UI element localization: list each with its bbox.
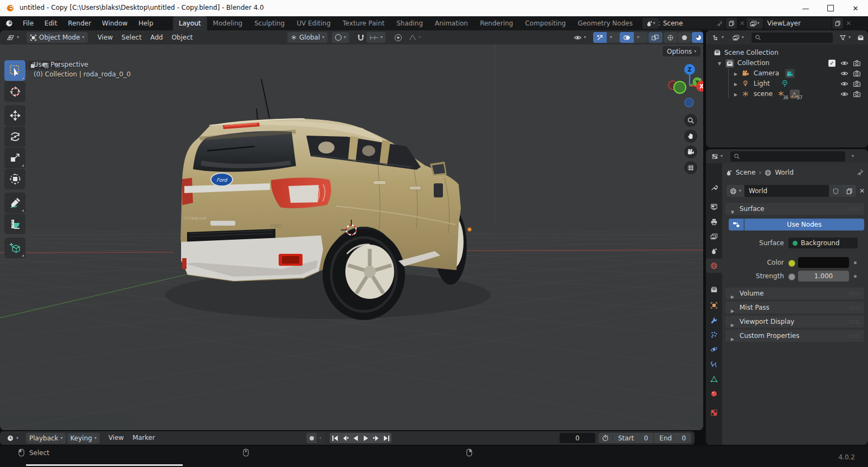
panel-grip[interactable]: ::::: [849,203,860,215]
tool-rotate[interactable] [4,126,25,147]
show-gizmo-toggle[interactable] [593,32,607,43]
animate-dot[interactable] [854,261,857,264]
menu-help[interactable]: Help [133,16,158,30]
viewlayer-remove-button[interactable]: ✕ [844,18,853,29]
menu-select[interactable]: Select [117,30,146,44]
tab-world[interactable] [706,259,722,273]
tab-physics[interactable] [706,342,722,356]
tool-add-cube[interactable] [4,238,25,258]
mist-pass-panel-header[interactable]: ▶Mist Pass::::: [725,302,864,314]
panel-grip[interactable]: ::::: [849,287,860,299]
shading-wireframe-button[interactable] [664,32,677,43]
viewlayer-new-button[interactable] [832,18,843,29]
shading-material-button[interactable] [692,32,703,43]
gizmo-dropdown[interactable]: ▾ [607,32,621,43]
options-button[interactable]: Options▾ [663,46,700,56]
tab-object[interactable] [706,298,722,312]
panel-grip[interactable]: ::::: [849,302,860,314]
close-button[interactable]: ✕ [843,0,868,16]
tab-output[interactable] [706,215,722,229]
display-mode-dropdown[interactable]: ▾ [729,32,747,43]
tab-render[interactable] [706,200,722,214]
tab-scene[interactable] [706,244,722,258]
properties-options-dropdown[interactable]: ▾ [848,151,857,162]
scene-new-button[interactable] [726,18,737,29]
menu-window[interactable]: Window [97,16,133,30]
editor-type-button[interactable]: ▾ [3,32,22,43]
viewlayer-name-field[interactable]: ViewLayer [764,18,831,29]
proportional-falloff-dropdown[interactable]: ▾ [406,32,424,43]
use-preview-range-button[interactable] [599,434,613,442]
tab-sculpting[interactable]: Sculpting [248,16,291,30]
editor-type-button[interactable]: ▾ [708,151,726,162]
maximize-button[interactable] [818,0,843,16]
surface-shader-field[interactable]: Background [788,238,858,248]
outliner-row-scene-collection[interactable]: Scene Collection [706,48,868,58]
auto-key-dropdown[interactable]: ▾ [317,433,324,443]
tool-move[interactable] [4,105,25,126]
scene-browse-button[interactable]: ▾ [642,18,659,29]
editor-type-button[interactable]: ▾ [709,32,727,43]
menu-render[interactable]: Render [62,16,97,30]
use-nodes-button[interactable]: Use Nodes [729,219,864,231]
outliner-row-scene-object[interactable]: ▶ scene 36 57 [706,89,868,99]
expand-icon[interactable]: ▶ [734,79,737,89]
outliner-row-light[interactable]: ▶ Light [706,79,868,89]
menu-file[interactable]: File [17,16,39,30]
tab-compositing[interactable]: Compositing [519,16,571,30]
tab-tool[interactable] [706,181,722,195]
breadcrumb-world[interactable]: World [775,169,793,176]
panel-grip[interactable]: ::::: [849,316,860,328]
marker-menu[interactable]: Marker [128,431,159,445]
tool-annotate[interactable] [4,193,25,213]
new-collection-button[interactable] [854,32,867,43]
viewport-display-panel-header[interactable]: ▶Viewport Display::::: [725,316,864,328]
next-keyframe-button[interactable] [371,433,381,443]
pan-button[interactable] [684,130,697,143]
tool-select-box[interactable] [4,60,25,81]
visibility-dropdown[interactable]: ▾ [570,32,589,43]
strength-slider[interactable]: 1.000 [798,271,849,282]
show-overlays-toggle[interactable] [620,32,634,43]
menu-object[interactable]: Object [167,30,197,44]
tab-object-data[interactable] [706,372,722,386]
volume-panel-header[interactable]: ▶Volume::::: [725,287,864,299]
tool-measure[interactable] [4,214,25,234]
shading-solid-button[interactable] [678,32,691,43]
filter-button[interactable]: ▾ [836,32,854,43]
menu-add[interactable]: Add [146,30,167,44]
minimize-button[interactable]: — [793,0,818,16]
keying-menu[interactable]: Keying▾ [67,433,100,444]
play-button[interactable] [361,433,371,443]
menu-view[interactable]: View [93,30,117,44]
pivot-point-dropdown[interactable]: ▾ [332,32,349,43]
xray-toggle[interactable] [648,32,663,43]
pin-icon[interactable] [857,169,864,176]
properties-search-input[interactable] [730,151,845,162]
auto-key-button[interactable] [306,433,317,443]
pin-icon[interactable] [716,20,723,27]
current-frame-field[interactable]: 0 [560,433,595,443]
tab-constraints[interactable] [706,357,722,372]
tab-modifiers[interactable] [706,313,722,327]
collection-checkbox[interactable]: ✓ [828,60,835,67]
tab-geometry-nodes[interactable]: Geometry Nodes [572,16,639,30]
tab-modeling[interactable]: Modeling [207,16,249,30]
unlink-world-button[interactable]: ✕ [859,187,865,195]
tab-view-layer[interactable] [706,229,722,244]
panel-collapse-arrow[interactable]: ▾ [698,78,702,80]
prev-keyframe-button[interactable] [340,433,350,443]
view-menu[interactable]: View [104,431,128,445]
jump-to-start-button[interactable] [330,433,340,443]
snap-settings-dropdown[interactable]: ⊢⊢▾ [367,32,385,43]
viewport-3d[interactable]: ▾ Object Mode▾ View Select Add Object Gl… [0,30,703,430]
outliner-search-input[interactable] [751,33,833,43]
car-model[interactable]: Ford TITANIUM 4WD [165,79,491,320]
tab-animation[interactable]: Animation [429,16,474,30]
tab-uv-editing[interactable]: UV Editing [291,16,337,30]
tab-texture-paint[interactable]: Texture Paint [337,16,390,30]
tab-texture[interactable] [706,406,722,420]
tool-cursor[interactable] [4,81,25,102]
surface-panel-header[interactable]: ▼ Surface ::::: [725,203,864,215]
world-name-field[interactable]: World [744,185,829,197]
